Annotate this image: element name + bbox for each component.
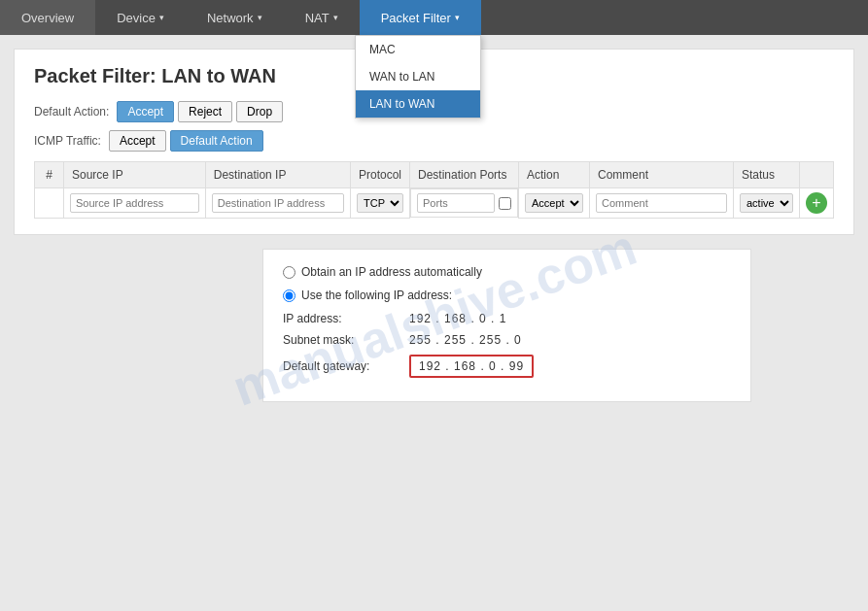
col-protocol: Protocol [350,162,409,188]
nav-device[interactable]: Device ▾ [95,0,186,35]
source-ip-input[interactable] [70,193,199,213]
col-hash: # [35,162,64,188]
dest-ip-input[interactable] [212,193,344,213]
col-dest-ports: Destination Ports [410,162,519,188]
default-action-label: Default Action: [34,105,109,119]
filter-table: # Source IP Destination IP Protocol Dest… [34,161,834,219]
ip-address-label: IP address: [283,312,409,325]
row-dest-ip [205,188,350,219]
nat-dropdown-arrow: ▾ [333,13,338,22]
col-action: Action [519,162,590,188]
ip-option1-radio[interactable] [283,266,295,279]
subnet-mask-row: Subnet mask: 255 . 255 . 255 . 0 [283,333,731,347]
row-status: active [733,188,799,219]
action-select[interactable]: Accept [525,193,583,213]
packet-filter-dropdown-arrow: ▾ [455,13,460,22]
row-hash [35,188,64,219]
default-gateway-row: Default gateway: 192 . 168 . 0 . 99 [283,355,731,378]
col-status: Status [733,162,799,188]
ip-address-value: 192 . 168 . 0 . 1 [409,312,506,325]
device-dropdown-arrow: ▾ [159,13,164,22]
ip-address-row: IP address: 192 . 168 . 0 . 1 [283,312,731,325]
nav-packet-filter[interactable]: Packet Filter ▾ MAC WAN to LAN LAN to WA… [360,0,481,35]
dropdown-item-wan-to-lan[interactable]: WAN to LAN [356,63,480,90]
accept-button[interactable]: Accept [117,101,174,122]
ip-option2-radio[interactable] [283,289,295,302]
subnet-mask-value: 255 . 255 . 255 . 0 [409,333,522,347]
row-source-ip [64,188,206,219]
col-comment: Comment [590,162,734,188]
icmp-traffic-label: ICMP Traffic: [34,134,101,148]
row-add-cell: + [800,188,834,219]
nav-network[interactable]: Network ▾ [186,0,284,35]
dropdown-item-lan-to-wan[interactable]: LAN to WAN [356,90,480,118]
col-dest-ip: Destination IP [205,162,350,188]
icmp-default-button[interactable]: Default Action [170,130,263,152]
ip-option1-label: Obtain an IP address automatically [283,265,482,279]
row-ports [410,188,518,218]
status-select[interactable]: active [740,193,793,213]
default-gateway-label: Default gateway: [283,359,409,373]
row-protocol: TCP [350,188,409,219]
packet-filter-dropdown: MAC WAN to LAN LAN to WAN [355,35,481,119]
ip-option2-label: Use the following IP address: [283,289,452,302]
icmp-accept-button[interactable]: Accept [109,130,166,152]
drop-button[interactable]: Drop [236,101,283,122]
col-source-ip: Source IP [64,162,206,188]
ports-checkbox[interactable] [499,197,511,210]
nav-overview[interactable]: Overview [0,0,95,35]
ip-option1-row: Obtain an IP address automatically [283,265,731,279]
add-row-button[interactable]: + [806,192,827,214]
comment-input[interactable] [596,193,727,213]
protocol-select[interactable]: TCP [357,193,403,213]
dropdown-item-mac[interactable]: MAC [356,36,480,63]
network-dropdown-arrow: ▾ [258,13,262,22]
reject-button[interactable]: Reject [178,101,232,122]
default-gateway-value: 192 . 168 . 0 . 99 [409,355,534,378]
row-action: Accept [519,188,590,219]
col-add [800,162,834,188]
navbar: Overview Device ▾ Network ▾ NAT ▾ Packet… [0,0,868,35]
ip-panel: Obtain an IP address automatically Use t… [262,249,751,402]
table-row: TCP Accept active [35,188,834,219]
ports-input[interactable] [417,193,495,213]
nav-nat[interactable]: NAT ▾ [284,0,360,35]
icmp-traffic-row: ICMP Traffic: Accept Default Action [34,130,834,152]
ip-option2-row: Use the following IP address: [283,289,731,302]
row-comment [590,188,734,219]
subnet-mask-label: Subnet mask: [283,333,409,347]
